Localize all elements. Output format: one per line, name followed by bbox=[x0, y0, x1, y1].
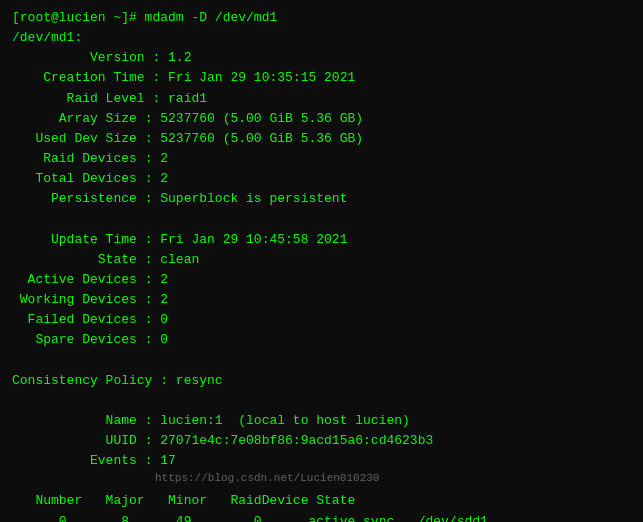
blank-line-2 bbox=[12, 350, 631, 370]
array-size-line: Array Size : 5237760 (5.00 GiB 5.36 GB) bbox=[12, 109, 631, 129]
total-devices-line: Total Devices : 2 bbox=[12, 169, 631, 189]
device-header: /dev/md1: bbox=[12, 28, 631, 48]
used-dev-size-line: Used Dev Size : 5237760 (5.00 GiB 5.36 G… bbox=[12, 129, 631, 149]
state-line: State : clean bbox=[12, 250, 631, 270]
working-devices-line: Working Devices : 2 bbox=[12, 290, 631, 310]
update-time-line: Update Time : Fri Jan 29 10:45:58 2021 bbox=[12, 230, 631, 250]
table-header: Number Major Minor RaidDevice State bbox=[12, 491, 631, 511]
failed-devices-line: Failed Devices : 0 bbox=[12, 310, 631, 330]
spare-devices-line: Spare Devices : 0 bbox=[12, 330, 631, 350]
raid-devices-line: Raid Devices : 2 bbox=[12, 149, 631, 169]
persistence-line: Persistence : Superblock is persistent bbox=[12, 189, 631, 209]
active-devices-line: Active Devices : 2 bbox=[12, 270, 631, 290]
version-line: Version : 1.2 bbox=[12, 48, 631, 68]
table-row-0: 0 8 49 0 active sync /dev/sdd1 bbox=[12, 512, 631, 522]
blank-line-1 bbox=[12, 209, 631, 229]
terminal-window: [root@lucien ~]# mdadm -D /dev/md1 /dev/… bbox=[0, 0, 643, 522]
blank-line-3 bbox=[12, 391, 631, 411]
consistency-policy-line: Consistency Policy : resync bbox=[12, 371, 631, 391]
creation-time-line: Creation Time : Fri Jan 29 10:35:15 2021 bbox=[12, 68, 631, 88]
watermark: https://blog.csdn.net/Lucien010230 bbox=[155, 472, 379, 484]
name-line: Name : lucien:1 (local to host lucien) bbox=[12, 411, 631, 431]
raid-level-line: Raid Level : raid1 bbox=[12, 89, 631, 109]
prompt-line: [root@lucien ~]# mdadm -D /dev/md1 bbox=[12, 8, 631, 28]
events-line: Events : 17 bbox=[12, 451, 631, 471]
uuid-line: UUID : 27071e4c:7e08bf86:9acd15a6:cd4623… bbox=[12, 431, 631, 451]
